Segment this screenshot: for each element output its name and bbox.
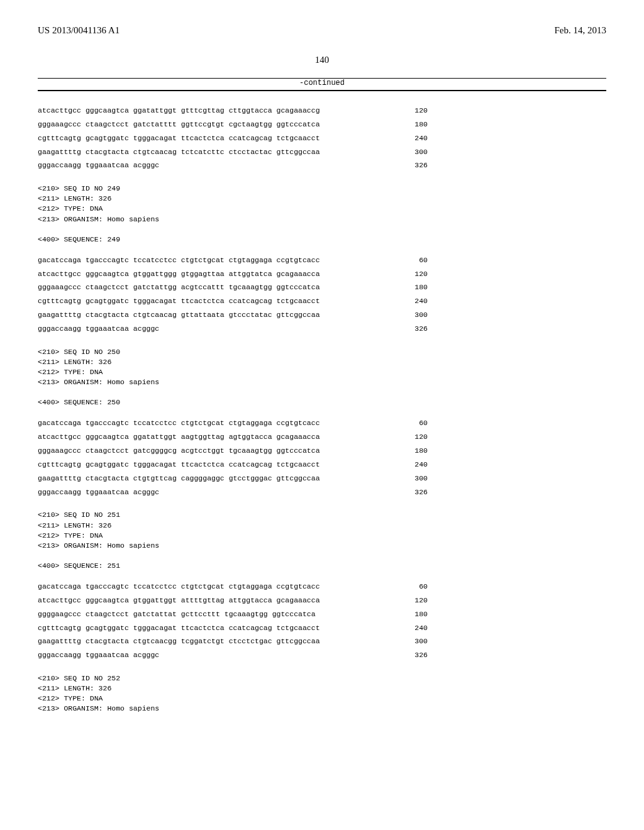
sequence-position: 60 [402, 416, 428, 430]
sequence-text: gaagattttg ctacgtacta ctgtgttcag cagggga… [38, 472, 320, 485]
sequence-line: gacatccaga tgacccagtc tccatcctcc ctgtctg… [38, 580, 428, 594]
page-header: US 2013/0041136 A1 Feb. 14, 2013 [38, 25, 606, 36]
divider [38, 90, 606, 91]
sequence-text: gggaaagccc ctaagctcct gatctatttt ggttccg… [38, 118, 320, 131]
sequence-line: gggaccaagg tggaaatcaa acgggc326 [38, 158, 428, 172]
sequence-position: 240 [402, 131, 428, 145]
sequence-position: 300 [402, 145, 428, 159]
sequence-position: 180 [402, 444, 428, 458]
sequence-block-251: gacatccaga tgacccagtc tccatcctcc ctgtctg… [38, 580, 606, 662]
sequence-text: atcacttgcc gggcaagtca ggatattggt aagtggt… [38, 430, 320, 444]
sequence-position: 60 [402, 253, 428, 267]
sequence-position: 180 [402, 280, 428, 294]
sequence-position: 180 [402, 118, 428, 131]
sequence-position: 326 [402, 485, 428, 499]
sequence-line: gaagattttg ctacgtacta ctgtcaacag gttatta… [38, 308, 428, 322]
sequence-line: gacatccaga tgacccagtc tccatcctcc ctgtctg… [38, 253, 428, 267]
sequence-position: 326 [402, 322, 428, 336]
sequence-text: ggggaagccc ctaagctcct gatctattat gcttcct… [38, 607, 316, 621]
sequence-position: 120 [402, 430, 428, 444]
sequence-text: atcacttgcc gggcaagtca ggatattggt gtttcgt… [38, 104, 320, 118]
pub-date: Feb. 14, 2013 [555, 25, 607, 36]
sequence-position: 300 [402, 472, 428, 485]
sequence-text: gggaccaagg tggaaatcaa acgggc [38, 158, 159, 172]
sequence-text: gggaaagccc ctaagctcct gatctattgg acgtcca… [38, 280, 320, 294]
sequence-line: gaagattttg ctacgtacta ctgtgttcag cagggga… [38, 472, 428, 485]
pub-number: US 2013/0041136 A1 [38, 25, 119, 36]
sequence-position: 120 [402, 267, 428, 281]
sequence-line: atcacttgcc gggcaagtca gtggattggt attttgt… [38, 594, 428, 607]
sequence-text: atcacttgcc gggcaagtca gtggattggt attttgt… [38, 594, 320, 607]
sequence-line: ggggaagccc ctaagctcct gatctattat gcttcct… [38, 607, 428, 621]
sequence-text: cgtttcagtg gcagtggatc tgggacagat ttcactc… [38, 131, 320, 145]
page-number: 140 [38, 55, 606, 65]
sequence-meta-249: <210> SEQ ID NO 249 <211> LENGTH: 326 <2… [38, 184, 606, 245]
sequence-line: gggaaagccc ctaagctcct gatcggggcg acgtcct… [38, 444, 428, 458]
sequence-block-250: gacatccaga tgacccagtc tccatcctcc ctgtctg… [38, 416, 606, 499]
sequence-text: cgtttcagtg gcagtggatc tgggacagat ttcactc… [38, 621, 320, 635]
sequence-line: cgtttcagtg gcagtggatc tgggacagat ttcactc… [38, 294, 428, 308]
sequence-line: cgtttcagtg gcagtggatc tgggacagat ttcactc… [38, 621, 428, 635]
sequence-line: cgtttcagtg gcagtggatc tgggacagat ttcactc… [38, 458, 428, 472]
sequence-line: gacatccaga tgacccagtc tccatcctcc ctgtctg… [38, 416, 428, 430]
sequence-line: atcacttgcc gggcaagtca gtggattggg gtggagt… [38, 267, 428, 281]
sequence-position: 240 [402, 294, 428, 308]
sequence-position: 300 [402, 308, 428, 322]
sequence-position: 120 [402, 104, 428, 118]
sequence-line: cgtttcagtg gcagtggatc tgggacagat ttcactc… [38, 131, 428, 145]
sequence-text: gaagattttg ctacgtacta ctgtcaacag tctcatc… [38, 145, 320, 159]
sequence-line: gggaaagccc ctaagctcct gatctatttt ggttccg… [38, 118, 428, 131]
sequence-meta-251: <210> SEQ ID NO 251 <211> LENGTH: 326 <2… [38, 510, 606, 571]
sequence-position: 326 [402, 648, 428, 662]
sequence-line: atcacttgcc gggcaagtca ggatattggt aagtggt… [38, 430, 428, 444]
sequence-position: 326 [402, 158, 428, 172]
sequence-text: gggaccaagg tggaaatcaa acgggc [38, 648, 159, 662]
sequence-position: 240 [402, 621, 428, 635]
sequence-meta-250: <210> SEQ ID NO 250 <211> LENGTH: 326 <2… [38, 347, 606, 408]
sequence-line: gggaccaagg tggaaatcaa acgggc326 [38, 648, 428, 662]
sequence-block-249: gacatccaga tgacccagtc tccatcctcc ctgtctg… [38, 253, 606, 336]
sequence-block-initial: atcacttgcc gggcaagtca ggatattggt gtttcgt… [38, 104, 606, 172]
sequence-position: 120 [402, 594, 428, 607]
sequence-text: cgtttcagtg gcagtggatc tgggacagat ttcactc… [38, 294, 320, 308]
sequence-text: gaagattttg ctacgtacta ctgtcaacag gttatta… [38, 308, 320, 322]
continued-label: -continued [38, 79, 606, 87]
sequence-text: gggaccaagg tggaaatcaa acgggc [38, 322, 159, 336]
sequence-position: 240 [402, 458, 428, 472]
sequence-text: gacatccaga tgacccagtc tccatcctcc ctgtctg… [38, 416, 320, 430]
sequence-line: atcacttgcc gggcaagtca ggatattggt gtttcgt… [38, 104, 428, 118]
sequence-text: atcacttgcc gggcaagtca gtggattggg gtggagt… [38, 267, 320, 281]
sequence-position: 60 [402, 580, 428, 594]
sequence-position: 180 [402, 607, 428, 621]
sequence-text: gaagattttg ctacgtacta ctgtcaacgg tcggatc… [38, 634, 320, 648]
sequence-text: gacatccaga tgacccagtc tccatcctcc ctgtctg… [38, 253, 320, 267]
sequence-text: gggaaagccc ctaagctcct gatcggggcg acgtcct… [38, 444, 320, 458]
sequence-text: gacatccaga tgacccagtc tccatcctcc ctgtctg… [38, 580, 320, 594]
sequence-line: gaagattttg ctacgtacta ctgtcaacgg tcggatc… [38, 634, 428, 648]
sequence-meta-252: <210> SEQ ID NO 252 <211> LENGTH: 326 <2… [38, 673, 606, 714]
sequence-position: 300 [402, 634, 428, 648]
sequence-line: gggaaagccc ctaagctcct gatctattgg acgtcca… [38, 280, 428, 294]
sequence-text: gggaccaagg tggaaatcaa acgggc [38, 485, 159, 499]
sequence-line: gaagattttg ctacgtacta ctgtcaacag tctcatc… [38, 145, 428, 159]
sequence-line: gggaccaagg tggaaatcaa acgggc326 [38, 322, 428, 336]
sequence-line: gggaccaagg tggaaatcaa acgggc326 [38, 485, 428, 499]
sequence-text: cgtttcagtg gcagtggatc tgggacagat ttcactc… [38, 458, 320, 472]
